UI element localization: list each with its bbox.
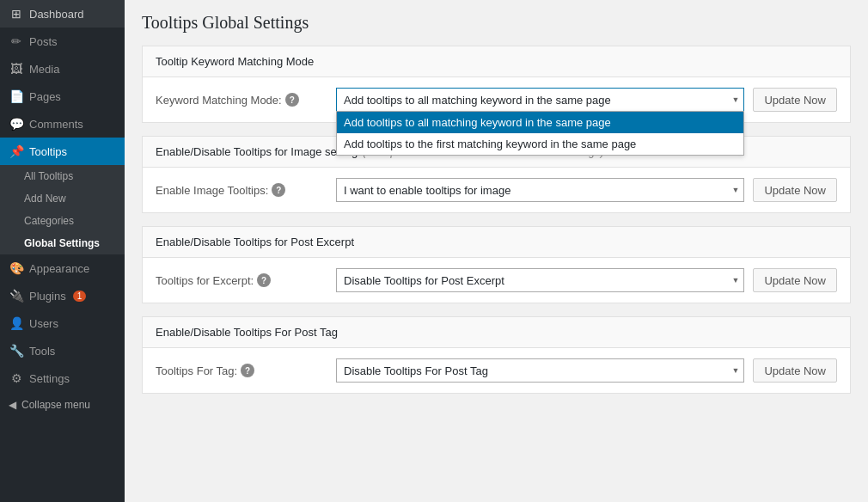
tools-icon: 🔧 bbox=[9, 344, 24, 358]
section-post-tag: Enable/Disable Tooltips For Post Tag Too… bbox=[142, 316, 851, 394]
section-header-keyword: Tooltip Keyword Matching Mode bbox=[143, 46, 850, 77]
section-body-keyword: Keyword Matching Mode: ? Add tooltips to… bbox=[143, 77, 850, 122]
image-select-wrap: I want to enable tooltips for imageI wan… bbox=[336, 178, 744, 202]
section-header-excerpt: Enable/Disable Tooltips for Post Excerpt bbox=[143, 227, 850, 258]
tooltips-icon: 📌 bbox=[9, 144, 24, 158]
excerpt-select[interactable]: Disable Tooltips for Post ExcerptEnable … bbox=[336, 268, 744, 292]
help-icon-image[interactable]: ? bbox=[272, 183, 285, 197]
section-header-label: Tooltip Keyword Matching Mode bbox=[156, 55, 314, 68]
collapse-icon: ◀ bbox=[9, 399, 16, 411]
sidebar-item-tools[interactable]: 🔧 Tools bbox=[0, 337, 125, 364]
tooltips-submenu: All Tooltips Add New Categories Global S… bbox=[0, 165, 125, 254]
collapse-label: Collapse menu bbox=[21, 399, 90, 411]
keyword-dropdown-list: Add tooltips to all matching keyword in … bbox=[336, 111, 744, 156]
field-label-text-excerpt: Tooltips for Excerpt: bbox=[156, 274, 254, 287]
help-icon-keyword[interactable]: ? bbox=[285, 93, 299, 107]
section-body-image: Enable Image Tooltips: ? I want to enabl… bbox=[143, 168, 850, 212]
field-label-text-image: Enable Image Tooltips: bbox=[156, 184, 268, 197]
sidebar: ⊞ Dashboard ✏ Posts 🖼 Media 📄 Pages 💬 Co… bbox=[0, 0, 125, 502]
excerpt-select-wrap: Disable Tooltips for Post ExcerptEnable … bbox=[336, 268, 744, 292]
sidebar-item-dashboard[interactable]: ⊞ Dashboard bbox=[0, 0, 125, 28]
section-header-label-excerpt: Enable/Disable Tooltips for Post Excerpt bbox=[156, 236, 354, 248]
keyword-select-display[interactable]: Add tooltips to all matching keyword in … bbox=[336, 88, 744, 112]
sidebar-item-add-new[interactable]: Add New bbox=[0, 187, 125, 210]
page-title: Tooltips Global Settings bbox=[142, 13, 851, 33]
collapse-menu[interactable]: ◀ Collapse menu bbox=[0, 392, 125, 418]
dropdown-option-1[interactable]: Add tooltips to all matching keyword in … bbox=[337, 112, 743, 133]
update-btn-excerpt[interactable]: Update Now bbox=[753, 268, 837, 292]
sidebar-item-label: Appearance bbox=[29, 262, 89, 275]
sidebar-item-label: Media bbox=[29, 63, 59, 76]
appearance-icon: 🎨 bbox=[9, 261, 24, 275]
field-label-text: Keyword Matching Mode: bbox=[156, 94, 282, 107]
update-btn-image[interactable]: Update Now bbox=[753, 178, 837, 202]
update-btn-keyword[interactable]: Update Now bbox=[753, 88, 837, 112]
sidebar-item-label: Comments bbox=[29, 118, 83, 131]
field-label-keyword: Keyword Matching Mode: ? bbox=[156, 93, 327, 107]
sidebar-item-tooltips[interactable]: 📌 Tooltips bbox=[0, 138, 125, 165]
field-label-text-tag: Tooltips For Tag: bbox=[156, 364, 237, 377]
tag-select[interactable]: Disable Tooltips For Post TagEnable Tool… bbox=[336, 358, 744, 383]
sidebar-item-global-settings[interactable]: Global Settings bbox=[0, 232, 125, 254]
sidebar-item-media[interactable]: 🖼 Media bbox=[0, 55, 125, 83]
categories-label: Categories bbox=[24, 215, 74, 227]
plugins-icon: 🔌 bbox=[9, 289, 24, 303]
help-icon-tag[interactable]: ? bbox=[241, 364, 254, 377]
sidebar-item-plugins[interactable]: 🔌 Plugins 1 bbox=[0, 282, 125, 309]
sidebar-item-label: Tools bbox=[29, 345, 55, 358]
section-body-tag: Tooltips For Tag: ? Disable Tooltips For… bbox=[143, 348, 850, 393]
posts-icon: ✏ bbox=[9, 34, 24, 48]
sidebar-item-label: Users bbox=[29, 317, 58, 330]
users-icon: 👤 bbox=[9, 316, 24, 330]
image-tooltips-select[interactable]: I want to enable tooltips for imageI wan… bbox=[336, 178, 744, 202]
sidebar-item-posts[interactable]: ✏ Posts bbox=[0, 28, 125, 55]
global-settings-label: Global Settings bbox=[24, 237, 100, 249]
section-header-label-tag: Enable/Disable Tooltips For Post Tag bbox=[156, 326, 338, 339]
section-keyword-matching: Tooltip Keyword Matching Mode Keyword Ma… bbox=[142, 46, 851, 123]
section-post-excerpt: Enable/Disable Tooltips for Post Excerpt… bbox=[142, 226, 851, 303]
sidebar-item-label: Tooltips bbox=[29, 145, 67, 158]
main-content: Tooltips Global Settings Tooltip Keyword… bbox=[125, 0, 868, 502]
keyword-dropdown-wrap: Add tooltips to all matching keyword in … bbox=[336, 88, 744, 112]
add-new-label: Add New bbox=[24, 193, 66, 205]
sidebar-item-comments[interactable]: 💬 Comments bbox=[0, 110, 125, 138]
pages-icon: 📄 bbox=[9, 89, 24, 103]
all-tooltips-label: All Tooltips bbox=[24, 170, 73, 182]
media-icon: 🖼 bbox=[9, 62, 24, 76]
help-icon-excerpt[interactable]: ? bbox=[257, 273, 271, 287]
field-label-image: Enable Image Tooltips: ? bbox=[156, 183, 327, 197]
sidebar-item-users[interactable]: 👤 Users bbox=[0, 309, 125, 337]
plugins-badge: 1 bbox=[73, 291, 87, 302]
comments-icon: 💬 bbox=[9, 117, 24, 131]
sidebar-item-pages[interactable]: 📄 Pages bbox=[0, 83, 125, 110]
section-header-label-image: Enable/Disable Tooltips for Image settin… bbox=[156, 145, 358, 158]
tag-select-wrap: Disable Tooltips For Post TagEnable Tool… bbox=[336, 358, 744, 383]
sidebar-item-label: Settings bbox=[29, 372, 70, 385]
sidebar-item-all-tooltips[interactable]: All Tooltips bbox=[0, 165, 125, 187]
sidebar-item-label: Dashboard bbox=[29, 8, 84, 21]
sidebar-item-label: Posts bbox=[29, 35, 58, 48]
sidebar-item-label: Plugins bbox=[29, 290, 66, 303]
settings-icon: ⚙ bbox=[9, 371, 24, 385]
sidebar-item-appearance[interactable]: 🎨 Appearance bbox=[0, 254, 125, 282]
section-body-excerpt: Tooltips for Excerpt: ? Disable Tooltips… bbox=[143, 258, 850, 303]
dropdown-option-2[interactable]: Add tooltips to the first matching keywo… bbox=[337, 133, 743, 155]
section-header-tag: Enable/Disable Tooltips For Post Tag bbox=[143, 317, 850, 348]
sidebar-item-categories[interactable]: Categories bbox=[0, 210, 125, 232]
sidebar-item-settings[interactable]: ⚙ Settings bbox=[0, 364, 125, 392]
update-btn-tag[interactable]: Update Now bbox=[753, 358, 837, 383]
field-label-excerpt: Tooltips for Excerpt: ? bbox=[156, 273, 327, 287]
field-label-tag: Tooltips For Tag: ? bbox=[156, 364, 327, 377]
dashboard-icon: ⊞ bbox=[9, 7, 24, 21]
sidebar-item-label: Pages bbox=[29, 90, 61, 103]
